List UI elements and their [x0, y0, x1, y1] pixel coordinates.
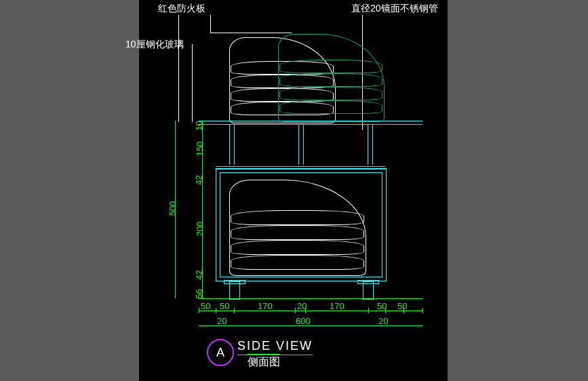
view-title-en: SIDE VIEW: [237, 339, 313, 355]
foot-plate: [357, 280, 379, 284]
dim-170b: 170: [330, 301, 345, 311]
dim-line-h2: [199, 325, 423, 326]
foot: [363, 281, 374, 300]
cad-viewport[interactable]: 红色防火板 直径20镜面不锈钢管 10厘钢化玻璃 500 10 150 42 2…: [0, 0, 588, 381]
clothes-fold: [231, 255, 364, 270]
tick: [295, 308, 296, 313]
leader-line: [178, 15, 179, 122]
clothes-fold-back: [279, 60, 383, 73]
tick: [368, 308, 369, 313]
tube: [229, 124, 235, 165]
view-label-block: SIDE VIEW 侧面图: [210, 339, 313, 369]
clothes-fold: [231, 210, 364, 225]
tick: [199, 308, 199, 313]
dim-20b: 20: [217, 316, 227, 326]
dim-500: 500: [168, 201, 178, 216]
tube: [298, 124, 304, 165]
tick: [305, 308, 306, 313]
dim-10: 10: [194, 121, 204, 130]
dim-20c: 20: [378, 316, 388, 326]
dim-line-h1: [199, 310, 423, 311]
dim-56: 56: [194, 289, 204, 298]
foot-plate: [224, 280, 246, 284]
dim-42b: 42: [194, 270, 204, 279]
tick: [423, 308, 423, 313]
dim-50a: 50: [201, 301, 210, 311]
clothes-fold-back: [279, 87, 383, 100]
tick: [385, 308, 386, 313]
dim-50d: 50: [397, 301, 407, 311]
dim-150: 150: [195, 142, 205, 157]
tick: [234, 308, 235, 313]
dim-600: 600: [296, 316, 311, 326]
clothes-fold: [231, 225, 364, 240]
leader-line: [210, 15, 211, 33]
callout-fire-board: 红色防火板: [158, 3, 205, 15]
tube: [368, 124, 373, 165]
clothes-fold-back: [279, 100, 383, 114]
foot: [229, 281, 240, 300]
dim-170a: 170: [258, 301, 273, 311]
callout-steel-tube: 直径20镜面不锈钢管: [351, 3, 438, 15]
clothes-fold-back: [279, 73, 383, 87]
clothes-fold: [231, 240, 364, 255]
tick: [216, 308, 216, 313]
callout-glass: 10厘钢化玻璃: [125, 39, 184, 51]
view-title-zh: 侧面图: [248, 354, 280, 367]
floor-line: [199, 298, 423, 299]
dim-50b: 50: [220, 301, 229, 311]
leader-line: [192, 44, 193, 122]
tick: [404, 308, 404, 313]
leader-line: [210, 33, 292, 33]
dim-200: 200: [195, 222, 205, 237]
dim-42: 42: [194, 175, 204, 184]
